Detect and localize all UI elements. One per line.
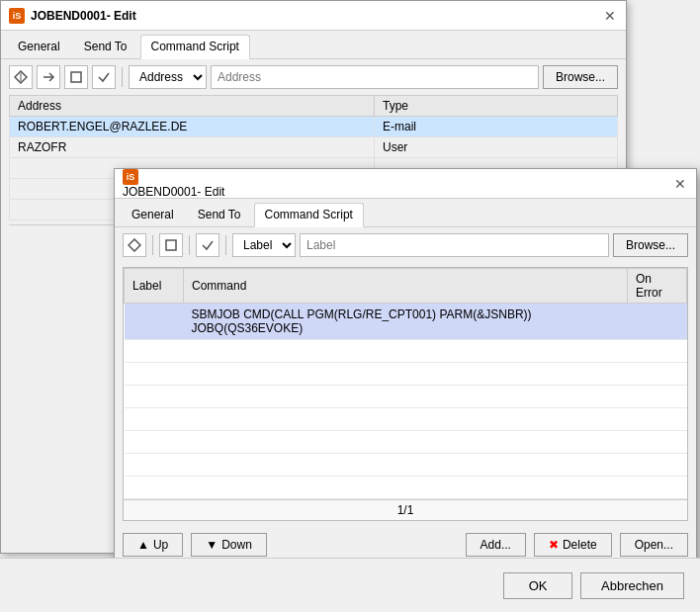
fg-window-icon: iS <box>123 169 138 185</box>
bg-tab-commandscript[interactable]: Command Script <box>140 35 250 59</box>
bg-tabs-bar: General Send To Command Script <box>1 31 626 59</box>
bg-row2-address: RAZOFR <box>10 137 375 158</box>
up-arrow-icon: ▲ <box>137 538 149 552</box>
main-footer: OK Abbrechen <box>0 558 700 612</box>
fg-titlebar: iS JOBEND0001- Edit ✕ <box>115 169 696 199</box>
fg-tab-sendto[interactable]: Send To <box>187 203 252 226</box>
toolbar-sep1 <box>122 67 123 87</box>
table-row[interactable]: ROBERT.ENGEL@RAZLEE.DE E-mail <box>10 117 618 137</box>
bg-address-input[interactable] <box>211 65 539 89</box>
svg-rect-5 <box>166 240 176 250</box>
down-button[interactable]: ▼ Down <box>191 533 267 557</box>
bg-address-select[interactable]: Address <box>129 65 207 89</box>
bg-titlebar: iS JOBEND0001- Edit ✕ <box>1 1 626 31</box>
bg-tab-sendto[interactable]: Send To <box>73 35 138 58</box>
fg-toolbar: Label Browse... <box>115 227 696 263</box>
fg-col-command: Command <box>184 269 628 304</box>
table-row[interactable]: SBMJOB CMD(CALL PGM(RLG/RE_CPT001) PARM(… <box>125 304 687 340</box>
bg-col-address: Address <box>10 96 375 117</box>
fg-toolbar-sep2 <box>189 235 190 255</box>
fg-col-onerror: On Error <box>628 269 687 304</box>
cancel-button[interactable]: Abbrechen <box>580 572 684 599</box>
fg-close-button[interactable]: ✕ <box>672 176 688 192</box>
table-row <box>125 408 687 431</box>
fg-label-select[interactable]: Label <box>232 233 296 257</box>
svg-marker-4 <box>129 239 140 251</box>
table-row <box>125 431 687 454</box>
bg-window-title: JOBEND0001- Edit <box>31 9 136 23</box>
delete-button[interactable]: ✖ Delete <box>534 533 612 557</box>
open-button[interactable]: Open... <box>620 533 688 557</box>
fg-pagination: 1/1 <box>124 499 687 520</box>
fg-row1-onerror <box>628 304 687 340</box>
fg-toolbar-btn1[interactable] <box>123 233 146 257</box>
fg-toolbar-btn3[interactable] <box>196 233 219 257</box>
up-button[interactable]: ▲ Up <box>123 533 183 557</box>
fg-window-title: JOBEND0001- Edit <box>123 185 224 199</box>
add-button[interactable]: Add... <box>466 533 526 557</box>
table-row <box>125 340 687 363</box>
fg-toolbar-sep3 <box>225 235 226 255</box>
bg-col-type: Type <box>375 96 618 117</box>
table-row <box>125 477 687 499</box>
fg-col-label: Label <box>125 269 184 304</box>
bg-row1-type: E-mail <box>375 117 618 137</box>
bg-toolbar-btn3[interactable] <box>64 65 88 89</box>
fg-toolbar-sep1 <box>152 235 153 255</box>
down-arrow-icon: ▼ <box>206 538 218 552</box>
bg-row1-address: ROBERT.ENGEL@RAZLEE.DE <box>10 117 375 137</box>
fg-command-table-container: Label Command On Error SBMJOB CMD(CALL P… <box>123 267 688 521</box>
ok-button[interactable]: OK <box>503 572 572 599</box>
fg-label-input[interactable] <box>300 233 609 257</box>
foreground-window: iS JOBEND0001- Edit ✕ General Send To Co… <box>114 168 697 593</box>
table-row <box>125 386 687 408</box>
fg-tab-general[interactable]: General <box>121 203 185 226</box>
bg-row2-type: User <box>375 137 618 158</box>
fg-command-table: Label Command On Error SBMJOB CMD(CALL P… <box>124 268 687 499</box>
bg-toolbar-btn1[interactable] <box>9 65 33 89</box>
bg-tab-general[interactable]: General <box>7 35 71 58</box>
fg-row1-label <box>125 304 184 340</box>
bg-toolbar-btn2[interactable] <box>37 65 60 89</box>
table-row <box>125 363 687 386</box>
svg-rect-3 <box>71 72 81 82</box>
table-row <box>125 454 687 477</box>
fg-tab-commandscript[interactable]: Command Script <box>254 203 364 227</box>
fg-browse-button[interactable]: Browse... <box>613 233 688 257</box>
bg-toolbar-btn4[interactable] <box>92 65 116 89</box>
fg-toolbar-btn2[interactable] <box>159 233 183 257</box>
table-row[interactable]: RAZOFR User <box>10 137 618 158</box>
bg-window-icon: iS <box>9 8 25 24</box>
fg-row1-command: SBMJOB CMD(CALL PGM(RLG/RE_CPT001) PARM(… <box>184 304 628 340</box>
bg-close-button[interactable]: ✕ <box>602 8 618 24</box>
bg-toolbar: Address Browse... <box>1 59 626 95</box>
fg-tabs-bar: General Send To Command Script <box>115 199 696 227</box>
delete-icon: ✖ <box>549 538 559 552</box>
bg-browse-button[interactable]: Browse... <box>543 65 618 89</box>
